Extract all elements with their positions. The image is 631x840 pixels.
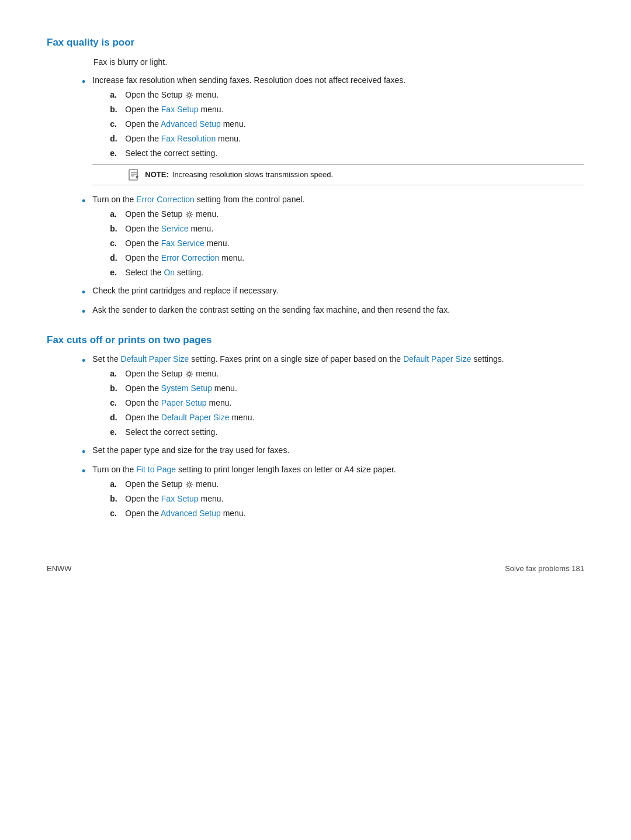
bullet-content: Turn on the Fit to Page setting to print… (92, 464, 584, 522)
sub-list-2: a. Open the Setup (92, 208, 584, 279)
advanced-setup-link-2[interactable]: Advanced Setup (161, 509, 221, 518)
sub-text: Open the Setup (125, 478, 584, 490)
sub-item: b. Open the Service menu. (92, 223, 584, 235)
sub-text: Open the Fax Setup menu. (125, 103, 584, 116)
sub-item: a. Open the Setup (92, 368, 584, 380)
sub-label: d. (110, 412, 125, 424)
list-item: • Set the paper type and size for the tr… (47, 444, 584, 460)
sub-label: c. (110, 507, 125, 520)
sub-item: c. Open the Advanced Setup menu. (92, 118, 584, 130)
note-document-icon (127, 169, 140, 181)
bullet-dot: • (82, 444, 85, 460)
error-correction-link[interactable]: Error Correction (136, 195, 195, 204)
sub-label: b. (110, 103, 125, 116)
note-text: Increasing resolution slows transmission… (172, 169, 333, 181)
sub-item: d. Open the Fax Resolution menu. (92, 133, 584, 145)
fax-setup-link-2[interactable]: Fax Setup (161, 494, 199, 503)
fax-service-link[interactable]: Fax Service (161, 238, 204, 248)
sub-item: c. Open the Fax Service menu. (92, 237, 584, 250)
sub-label: a. (110, 478, 125, 490)
setup-icon (185, 210, 193, 219)
sub-text: Open the Setup (125, 368, 584, 380)
sub-text: Open the Advanced Setup menu. (125, 118, 584, 130)
svg-point-31 (188, 483, 191, 486)
system-setup-link[interactable]: System Setup (161, 383, 212, 393)
sub-text: Open the Fax Resolution menu. (125, 133, 584, 145)
bullet-dot: • (82, 193, 85, 209)
sub-text: Open the Default Paper Size menu. (125, 412, 584, 424)
sub-text: Select the correct setting. (125, 426, 584, 438)
sub-item: e. Select the correct setting. (92, 147, 584, 160)
sub-list-1: a. Open the Setup (92, 89, 584, 160)
svg-rect-9 (129, 170, 137, 180)
default-paper-size-link-1[interactable]: Default Paper Size (121, 354, 189, 364)
fax-resolution-link[interactable]: Fax Resolution (161, 134, 216, 143)
fit-to-page-link[interactable]: Fit to Page (136, 465, 176, 474)
list-item: • Ask the sender to darken the contrast … (47, 304, 584, 320)
sub-label: a. (110, 208, 125, 220)
sub-text: Select the On setting. (125, 267, 584, 279)
page-content: Fax quality is poor Fax is blurry or lig… (47, 35, 584, 575)
list-item: • Set the Default Paper Size setting. Fa… (47, 353, 584, 441)
note-box: NOTE: Increasing resolution slows transm… (92, 164, 584, 185)
paper-setup-link[interactable]: Paper Setup (161, 398, 207, 407)
sub-list-4: a. Open the Setup (92, 478, 584, 520)
list-item: • Turn on the Error Correction setting f… (47, 193, 584, 281)
svg-point-0 (188, 94, 191, 96)
default-paper-size-link-2[interactable]: Default Paper Size (403, 354, 471, 364)
sub-label: e. (110, 267, 125, 279)
svg-line-7 (191, 92, 192, 94)
setup-icon (185, 481, 193, 489)
sub-label: e. (110, 147, 125, 160)
svg-line-18 (187, 212, 188, 213)
list-item: • Turn on the Fit to Page setting to pri… (47, 464, 584, 522)
svg-line-38 (191, 482, 192, 483)
sub-label: c. (110, 118, 125, 130)
sub-text: Open the Setup (125, 89, 584, 101)
sub-label: d. (110, 133, 125, 145)
on-link[interactable]: On (164, 268, 175, 277)
error-correction-menu-link[interactable]: Error Correction (161, 253, 220, 262)
default-paper-size-menu-link[interactable]: Default Paper Size (161, 413, 230, 422)
sub-item: c. Open the Advanced Setup menu. (92, 507, 584, 520)
note-label: NOTE: (145, 169, 168, 181)
bullet-content: Set the paper type and size for the tray… (92, 444, 584, 457)
bullet-dot: • (82, 464, 85, 479)
svg-line-19 (191, 216, 192, 217)
advanced-setup-link[interactable]: Advanced Setup (161, 119, 221, 129)
sub-text: Select the correct setting. (125, 147, 584, 160)
bullet-text-2: Turn on the Error Correction setting fro… (92, 195, 304, 204)
svg-line-21 (187, 216, 188, 217)
bullet-text-4: Ask the sender to darken the contrast se… (92, 305, 450, 314)
fax-setup-link[interactable]: Fax Setup (161, 105, 199, 114)
svg-line-8 (187, 96, 188, 98)
bullet-text-3: Check the print cartridges and replace i… (92, 286, 278, 295)
sub-text: Open the Service menu. (125, 223, 584, 235)
sub-item: b. Open the System Setup menu. (92, 382, 584, 395)
bullet-content: Ask the sender to darken the contrast se… (92, 304, 584, 316)
svg-line-29 (191, 372, 192, 373)
bullet-dot: • (82, 285, 85, 300)
svg-line-27 (187, 372, 188, 373)
sub-text: Open the Fax Service menu. (125, 237, 584, 250)
svg-line-39 (187, 486, 188, 488)
svg-line-30 (187, 376, 188, 377)
bullet-text-1: Increase fax resolution when sending fax… (92, 75, 405, 85)
sub-item: a. Open the Setup (92, 478, 584, 490)
sub-text: Open the Fax Setup menu. (125, 493, 584, 505)
section-fax-quality: Fax quality is poor Fax is blurry or lig… (47, 35, 584, 320)
sub-item: b. Open the Fax Setup menu. (92, 493, 584, 505)
bullet-content: Turn on the Error Correction setting fro… (92, 193, 584, 281)
sub-item: d. Open the Error Correction menu. (92, 252, 584, 264)
sub-item: e. Select the On setting. (92, 267, 584, 279)
bullet-list-2: • Set the Default Paper Size setting. Fa… (47, 353, 584, 522)
sub-label: a. (110, 89, 125, 101)
sub-label: e. (110, 426, 125, 438)
bullet-content: Increase fax resolution when sending fax… (92, 74, 584, 190)
svg-point-22 (188, 373, 191, 376)
svg-line-20 (191, 212, 192, 213)
sub-text: Open the System Setup menu. (125, 382, 584, 395)
service-link[interactable]: Service (161, 224, 189, 233)
sub-text: Open the Setup (125, 208, 584, 220)
sub-item: d. Open the Default Paper Size menu. (92, 412, 584, 424)
